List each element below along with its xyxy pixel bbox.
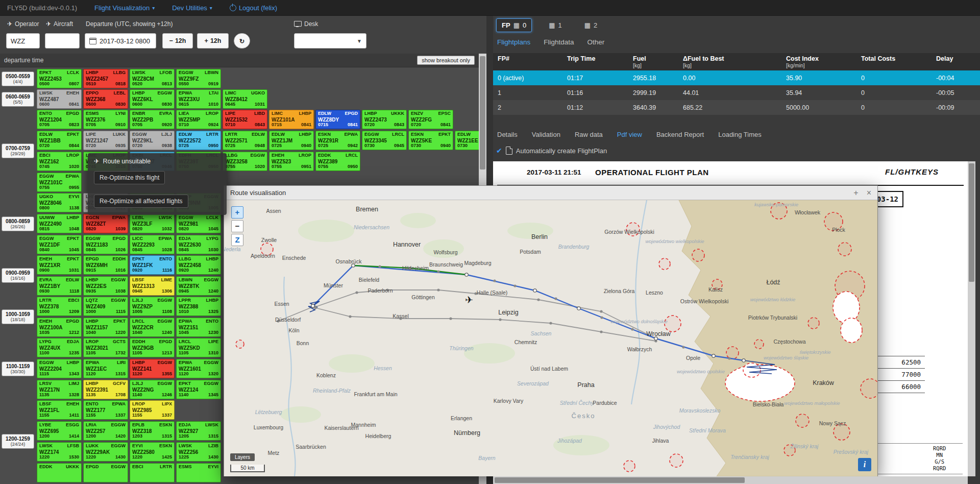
layers-button[interactable]: Layers [230,453,255,461]
flight-card[interactable]: EGGWLHBPWZZ220411151343 [37,359,82,378]
flight-card[interactable]: LRTREBCIWZZ37810001209 [37,297,82,316]
flightplan-row[interactable]: 201:123640.39685.225000.000-00:09 [493,100,980,115]
flight-card[interactable]: LQTZEGGWWZZ40910001115 [83,297,128,316]
fp-tab-0[interactable]: FP▦0 [496,18,532,32]
refresh-button[interactable]: ↻ [234,33,250,49]
flight-card[interactable]: UUWWLHBPWZZ249008151048 [37,214,82,233]
flight-card[interactable]: EPWALTAIWZZ3XU06151010 [176,89,221,109]
flight-card[interactable]: EGGWEPGDWZZ118308451026 [83,235,128,254]
flight-card[interactable]: EPKTEGGWWZZ12411401345 [176,380,221,399]
tab-flightdata[interactable]: Flightdata [544,38,574,46]
flight-card[interactable]: EDLWLBSFWZZ1EE07300940 [455,131,479,150]
flight-card[interactable]: EDDKLRCLWZZ38907550950 [315,152,360,171]
pdf-horizontal-scrollbar[interactable] [493,476,968,484]
tab-pdf-view[interactable]: Pdf view [617,131,642,138]
auto-create-flightplan-row[interactable]: ✔ Automatically create FlightPlan [496,147,607,155]
flight-card[interactable]: EDJALYPGWZZ263008451030 [176,235,221,254]
flight-card[interactable]: EDLWLHBPWZZ1JM07250940 [269,131,314,150]
flight-card[interactable]: LHBPGCFVWZZ239111351708 [83,380,128,399]
flight-card[interactable]: LICCEPWAWZZ229308451028 [130,235,175,254]
flight-card[interactable]: EHEHLROPWZZ52307550951 [269,152,314,171]
menu-flight-visualization[interactable]: Flight Visualization▾ [94,4,155,12]
flight-card[interactable]: EDDKUKKK [37,463,82,482]
flight-card[interactable]: EPGDEDDHWZZ6MH09151016 [83,255,128,275]
minus-12h-button[interactable]: −12h [162,33,193,49]
flight-card[interactable]: LROPLIPXWZZ98511551337 [130,400,175,420]
close-icon[interactable]: × [867,189,871,197]
desk-select[interactable]: ▼ [294,33,366,49]
flight-card[interactable]: LROPGCTSWZZ302111051732 [83,338,128,357]
tab-other[interactable]: Other [587,38,605,46]
map-canvas[interactable]: AssenBremenNiedersachsenHannoverWolfsbur… [224,200,877,476]
plus-12h-button[interactable]: +12h [197,33,229,49]
flight-card[interactable]: LWSKLFOBWZZ8CM05200813 [130,69,175,88]
pdf-vertical-scrollbar[interactable] [968,161,975,476]
tab-raw-data[interactable]: Raw data [575,131,603,138]
flight-card[interactable]: LRCLEGGWWZZ2CR10401240 [130,318,175,337]
flight-card[interactable]: ENTOEPGDWZZ120407050823 [37,110,82,129]
tab-loading-times[interactable]: Loading Times [718,131,762,138]
flight-card[interactable]: LPPRLHBPWZZ38810101325 [176,297,221,316]
flight-card[interactable]: UGKOEYVIWZZ804608001138 [37,193,82,212]
map-window-titlebar[interactable]: Route visualisation + × [224,186,877,200]
info-button[interactable]: i [858,458,871,471]
tab-details[interactable]: Details [497,131,518,138]
flight-card[interactable]: LHBPEPKTWZZ115710401220 [83,318,128,337]
flight-card[interactable]: ESMSLYNIWZZ37607050910 [83,110,128,129]
flight-card[interactable]: EHEHEPGDWZZ100A10351212 [37,318,82,337]
menu-dev-utilities[interactable]: Dev Utilities▾ [172,4,212,12]
flight-card[interactable]: LRSVLIMJWZZ17N11351328 [37,380,82,399]
tab-validation[interactable]: Validation [532,131,560,138]
flight-card[interactable]: LBSFLIMEWZZ131309451306 [130,276,175,296]
flightplan-row[interactable]: 101:162999.1944.0135.940-00:05 [493,85,980,100]
flight-card[interactable]: EDLWLRTRWZZ257207250950 [176,131,221,150]
flight-card[interactable]: ESMSEYVI [176,463,221,482]
flight-card[interactable]: LIMCUGKOWZZ841206451031 [223,89,267,109]
fp-tab-1[interactable]: ▦1 [543,18,568,32]
flight-card[interactable]: EBCILROPWZZ16207451020 [37,152,82,171]
show-breakout-only-button[interactable]: show breakout only [417,56,475,65]
flightplan-row[interactable]: 0 (active)01:172955.180.0035.900-00:04 [493,70,980,85]
check-icon[interactable]: ✔ [496,147,502,155]
scrollbar-thumb[interactable] [480,56,485,170]
flight-card[interactable]: EGGWLRCLWZZ334507300945 [362,131,407,150]
flight-card[interactable]: ENBREVRAWZZ2PB07050920 [130,110,175,129]
reoptimize-all-affected-flights-button[interactable]: Re-Optimize all affected flights [94,195,188,208]
flight-card[interactable]: EGGWLBWNWZZ9FZ05500919 [176,69,221,88]
logout-link[interactable]: Logout (felix) [230,4,277,12]
flight-card[interactable]: LHBPLLBGWZZ245705100818 [83,69,128,88]
flight-card[interactable]: ENTOEPWAWZZ17711551337 [83,400,128,420]
flight-card[interactable]: EPPOLEBLWZZ36806000830 [83,89,128,109]
flight-card[interactable]: LYBEESGGWZZ69512001414 [37,421,82,441]
flight-card[interactable]: EVRAEDLWWZZ1BY09301118 [37,276,82,296]
flight-card[interactable]: EDDHEPGDWZZ9GB11051213 [130,338,175,357]
flight-card[interactable]: LLBGLHBPWZZ245809201240 [176,255,221,275]
flight-card[interactable]: EYVIESKNWZZ258012201425 [130,442,175,462]
flight-card[interactable]: LHBPUKKKWZZ247307200843 [362,110,407,129]
fp-tab-2[interactable]: ▦2 [579,18,603,32]
scrollbar-thumb[interactable] [495,477,745,483]
flight-card[interactable]: EGCNEPWAWZZ8ZT08201039 [83,214,128,233]
flight-card[interactable]: EPKTLCLKWZZ245305000807 [37,69,82,88]
flight-card[interactable]: LRIAEGGWWZZ25712001420 [83,421,128,441]
flight-card[interactable]: LUKKEGGWWZZ29AK12201430 [83,442,128,462]
tab-backend-report[interactable]: Backend Report [656,131,704,138]
flight-card[interactable]: EPWAENTOWZZ15110451230 [176,318,221,337]
flight-card[interactable]: EDLWEPGDWZZ8DY07150841 [315,110,360,129]
zoom-out-button[interactable]: − [231,220,243,232]
flight-card[interactable]: LIPELUKKWZZ124707200935 [83,131,128,150]
zoom-in-button[interactable]: + [231,206,243,219]
flight-card[interactable]: LBSFEHEHWZZ1FL11551411 [37,400,82,420]
flight-card[interactable]: LJLJEGGWWZZ9ZP10051108 [130,297,175,316]
flight-card[interactable]: EGGWEPKTWZZ1DF08401045 [37,235,82,254]
flight-card[interactable]: EGGWLCLKWZZ98108201045 [176,214,221,233]
flight-card[interactable]: ESKNEPWAWZZ91R07250942 [315,131,360,150]
flight-card[interactable]: LWSKLZIBWZZ25612251430 [176,442,221,462]
flight-card[interactable]: LJLJEGGWWZZ2NG11401246 [130,380,175,399]
flight-card[interactable]: LHBPEGGWWZZ14111201355 [130,359,175,378]
reoptimize-this-flight-button[interactable]: Re-Optimize this flight [94,171,165,184]
flight-card[interactable]: LBWNEGGWWZZ8TK09451240 [176,276,221,296]
flight-card[interactable]: LRCLLIPEWZZ5KD11051310 [176,338,221,357]
flight-card[interactable]: LYPGEDJAWZZ4UX11001235 [37,338,82,357]
flight-card[interactable]: EBCILRTR [130,463,175,482]
